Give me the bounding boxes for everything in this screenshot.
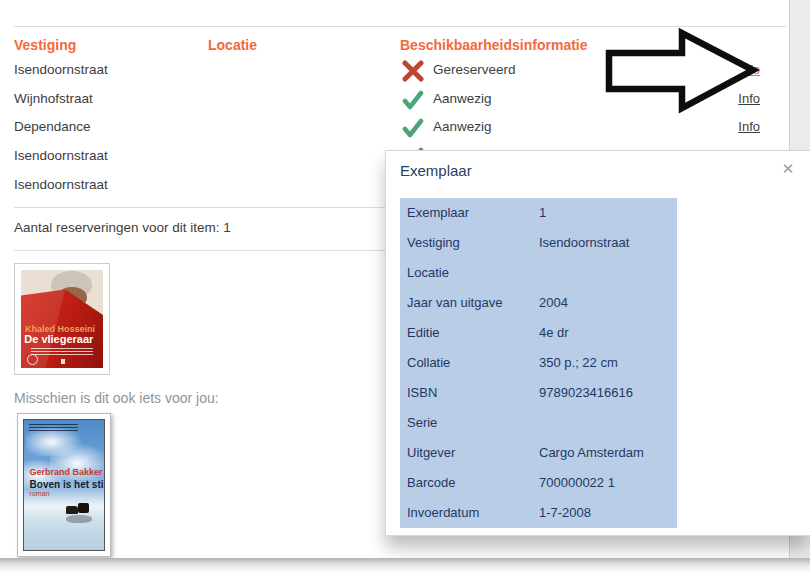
- reservation-count-text: Aantal reserveringen voor dit item: 1: [14, 220, 231, 235]
- detail-row: Exemplaar 1: [400, 198, 677, 228]
- annotation-arrow-icon: [598, 27, 760, 115]
- status-label: Aanwezig: [433, 113, 492, 141]
- column-header-locatie: Locatie: [208, 37, 257, 53]
- cover-mark: [61, 359, 65, 364]
- book-author: Gerbrand Bakker: [30, 467, 103, 477]
- status-label: Aanwezig: [433, 85, 492, 113]
- detail-label: Invoerdatum: [407, 498, 479, 528]
- detail-value: 4e dr: [539, 318, 569, 348]
- detail-label: Jaar van uitgave: [407, 288, 502, 318]
- current-book-cover[interactable]: Khaled Hosseini De vliegeraar: [14, 263, 110, 375]
- cover-blurb-lines: [29, 424, 79, 432]
- detail-label: Serie: [407, 408, 437, 438]
- vestiging-cell: Wijnhofstraat: [14, 85, 93, 113]
- book-title: Boven is het stil: [30, 479, 105, 490]
- publisher-logo-icon: [27, 354, 38, 365]
- detail-value: 350 p.; 22 cm: [539, 348, 618, 378]
- available-check-icon: [402, 117, 424, 139]
- exemplaar-detail-table: Exemplaar 1 Vestiging Isendoornstraat Lo…: [400, 198, 677, 528]
- book-genre: roman: [30, 490, 50, 497]
- suggestion-text: Misschien is dit ook iets voor jou:: [14, 390, 219, 406]
- vestiging-cell: Isendoornstraat: [14, 142, 108, 170]
- book-cover-art: Khaled Hosseini De vliegeraar: [21, 270, 103, 368]
- detail-label: Collatie: [407, 348, 450, 378]
- cover-blurb-lines: [31, 348, 93, 356]
- detail-row: Vestiging Isendoornstraat: [400, 228, 677, 258]
- vestiging-cell: Isendoornstraat: [14, 56, 108, 84]
- detail-row: Invoerdatum 1-7-2008: [400, 498, 677, 528]
- available-check-icon: [402, 89, 424, 111]
- exemplaar-modal: Exemplaar ✕ Exemplaar 1 Vestiging Isendo…: [385, 150, 810, 536]
- page-bottom-edge: [0, 558, 810, 572]
- detail-value: 700000022 1: [539, 468, 615, 498]
- detail-row: Locatie: [400, 258, 677, 288]
- close-icon[interactable]: ✕: [780, 161, 796, 177]
- detail-row: ISBN 9789023416616: [400, 378, 677, 408]
- detail-value: 1-7-2008: [539, 498, 591, 528]
- detail-label: Exemplaar: [407, 198, 469, 228]
- detail-value: Cargo Amsterdam: [539, 438, 644, 468]
- detail-label: ISBN: [407, 378, 437, 408]
- cover-cow: [78, 503, 89, 513]
- modal-title: Exemplaar: [400, 162, 472, 179]
- detail-row: Editie 4e dr: [400, 318, 677, 348]
- detail-label: Barcode: [407, 468, 455, 498]
- cover-reflection: [66, 515, 92, 523]
- detail-value: 2004: [539, 288, 568, 318]
- detail-value: 1: [539, 198, 546, 228]
- detail-label: Editie: [407, 318, 440, 348]
- cover-cow: [66, 506, 78, 514]
- detail-row: Jaar van uitgave 2004: [400, 288, 677, 318]
- info-link[interactable]: Info: [738, 113, 760, 141]
- detail-row: Barcode 700000022 1: [400, 468, 677, 498]
- vestiging-cell: Isendoornstraat: [14, 171, 108, 199]
- detail-value: 9789023416616: [539, 378, 633, 408]
- availability-page: Vestiging Locatie Beschikbaarheidsinform…: [0, 0, 810, 572]
- detail-label: Uitgever: [407, 438, 455, 468]
- table-row: Dependance Aanwezig Info: [0, 113, 789, 141]
- book-cover-art: Gerbrand Bakker Boven is het stil roman: [23, 419, 105, 551]
- column-header-vestiging: Vestiging: [14, 37, 76, 53]
- book-title: De vliegeraar: [24, 333, 93, 345]
- detail-value: Isendoornstraat: [539, 228, 629, 258]
- suggested-book-cover[interactable]: Gerbrand Bakker Boven is het stil roman: [17, 413, 111, 557]
- column-header-beschikbaarheid: Beschikbaarheidsinformatie: [400, 37, 588, 53]
- detail-row: Serie: [400, 408, 677, 438]
- reserved-cross-icon: [402, 60, 424, 82]
- detail-label: Vestiging: [407, 228, 460, 258]
- status-label: Gereserveerd: [433, 56, 516, 84]
- detail-row: Collatie 350 p.; 22 cm: [400, 348, 677, 378]
- detail-row: Uitgever Cargo Amsterdam: [400, 438, 677, 468]
- vestiging-cell: Dependance: [14, 113, 91, 141]
- detail-label: Locatie: [407, 258, 449, 288]
